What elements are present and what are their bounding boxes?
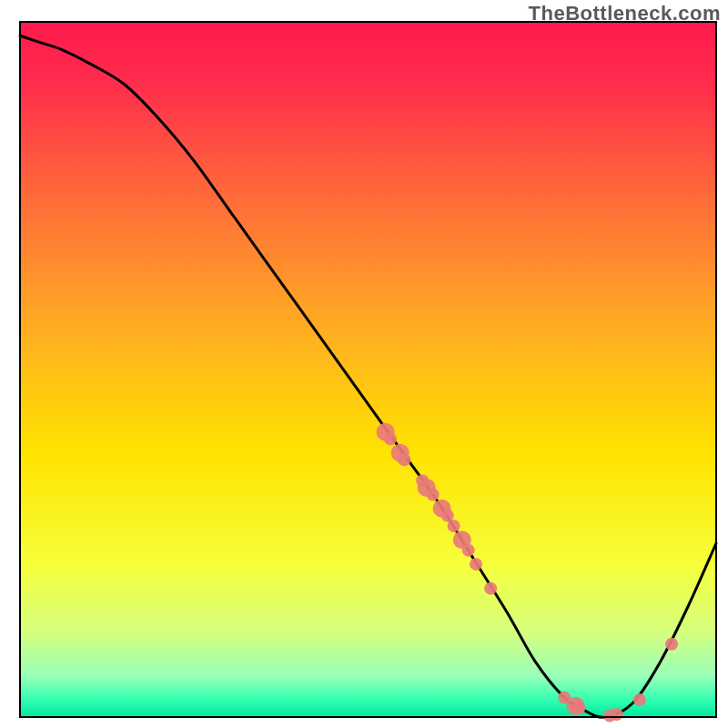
highlight-point (633, 693, 646, 706)
highlight-point (484, 582, 497, 595)
highlight-point (398, 453, 410, 466)
highlight-point (611, 708, 623, 721)
highlight-point (665, 638, 678, 651)
highlight-point (470, 558, 482, 571)
highlight-point (448, 520, 460, 532)
chart-frame: TheBottleneck.com (0, 0, 728, 728)
highlight-point (572, 702, 585, 714)
plot-background (20, 22, 716, 717)
highlight-point (427, 489, 440, 501)
page-title: TheBottleneck.com (529, 2, 721, 25)
bottleneck-chart (0, 0, 728, 728)
highlight-point (384, 432, 397, 445)
highlight-point (462, 544, 475, 557)
